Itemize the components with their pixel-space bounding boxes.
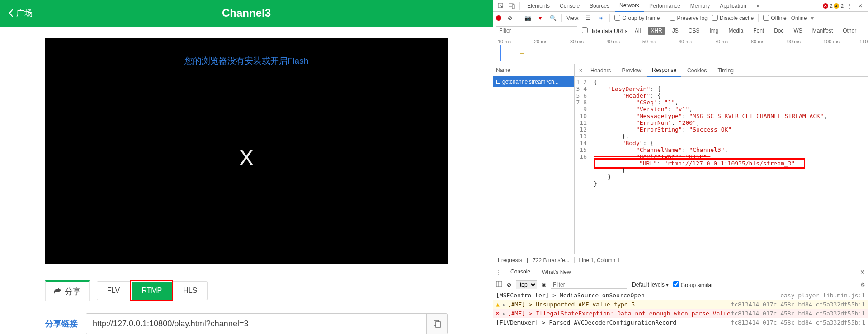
- tab-performance[interactable]: Performance: [645, 0, 685, 11]
- network-timeline[interactable]: 10 ms 20 ms 30 ms 40 ms 50 ms 60 ms 70 m…: [493, 37, 868, 64]
- detail-close-icon[interactable]: ×: [577, 67, 584, 74]
- network-filter-input[interactable]: [496, 26, 577, 35]
- filter-img[interactable]: Img: [707, 27, 721, 35]
- detail-tab-headers[interactable]: Headers: [586, 65, 615, 76]
- console-context-select[interactable]: top: [516, 280, 537, 289]
- player-placeholder-glyph: X: [45, 145, 448, 171]
- console-output[interactable]: [MSEController] > MediaSource onSourceOp…: [493, 291, 868, 334]
- devtools: Elements Console Sources Network Perform…: [493, 0, 868, 334]
- drawer-close-icon[interactable]: ✕: [860, 268, 865, 276]
- tab-elements[interactable]: Elements: [523, 0, 554, 11]
- share-tab[interactable]: 分享: [45, 280, 90, 301]
- timeline-spike: [500, 45, 501, 61]
- filter-toggle-icon[interactable]: ▼: [536, 14, 544, 22]
- tab-console[interactable]: Console: [555, 0, 584, 11]
- console-sidebar-icon[interactable]: [496, 281, 502, 288]
- copy-button[interactable]: [426, 314, 447, 334]
- camera-icon[interactable]: 📷: [524, 14, 532, 22]
- error-badge[interactable]: ✕2: [823, 3, 833, 9]
- filter-xhr[interactable]: XHR: [648, 27, 665, 35]
- detail-tab-response[interactable]: Response: [647, 64, 681, 77]
- drawer-tab-console[interactable]: Console: [506, 266, 535, 278]
- devtools-menu-icon[interactable]: ⋮: [844, 1, 854, 11]
- filter-other[interactable]: Other: [840, 27, 859, 35]
- view-label: View:: [566, 15, 580, 21]
- status-transfer: 722 B transfe...: [533, 257, 569, 263]
- share-icon: [54, 288, 62, 295]
- console-row[interactable]: ⊗▸[AMF] > IllegalStateException: Data no…: [493, 309, 868, 318]
- throttle-select[interactable]: Online: [791, 15, 807, 21]
- detail-tab-timing[interactable]: Timing: [713, 65, 738, 76]
- console-row[interactable]: [FLVDemuxer] > Parsed AVCDecoderConfigur…: [493, 318, 868, 327]
- response-body[interactable]: 1 2 3 4 5 6 7 8 9 10 11 12 13 14 15 16 {…: [575, 77, 868, 254]
- copy-icon: [433, 320, 441, 328]
- network-filter-row: Hide data URLs All XHR JS CSS Img Media …: [493, 24, 868, 37]
- request-list-header: Name: [493, 64, 574, 76]
- network-toolbar: ⊘ 📷 ▼ 🔍 View: ☰ ≋ Group by frame Preserv…: [493, 12, 868, 24]
- detail-tab-preview[interactable]: Preview: [617, 65, 646, 76]
- filter-css[interactable]: CSS: [686, 27, 703, 35]
- device-toolbar-icon[interactable]: [507, 1, 517, 11]
- drawer-tab-whatsnew[interactable]: What's New: [538, 266, 576, 278]
- console-row[interactable]: [MSEController] > MediaSource onSourceOp…: [493, 291, 868, 300]
- console-levels-select[interactable]: Default levels ▾: [632, 282, 669, 288]
- hide-data-urls-checkbox[interactable]: Hide data URLs: [582, 27, 627, 34]
- back-button[interactable]: 广场: [8, 8, 33, 19]
- record-icon[interactable]: [496, 15, 501, 21]
- drawer-tabs: ⋮ Console What's New ✕: [493, 266, 868, 278]
- warn-badge[interactable]: ▲2: [834, 3, 844, 9]
- request-detail: × Headers Preview Response Cookies Timin…: [575, 64, 868, 254]
- drawer-menu-icon[interactable]: ⋮: [496, 269, 503, 275]
- group-by-frame-checkbox[interactable]: Group by frame: [614, 15, 660, 21]
- tab-sources[interactable]: Sources: [585, 0, 614, 11]
- detail-tab-cookies[interactable]: Cookies: [683, 65, 711, 76]
- format-rtmp[interactable]: RTMP: [132, 282, 172, 300]
- svg-rect-4: [512, 5, 514, 9]
- offline-checkbox[interactable]: Offline: [763, 15, 786, 21]
- flash-warning: 您的浏览器没有安装或开启Flash: [45, 55, 448, 67]
- preserve-log-checkbox[interactable]: Preserve log: [670, 15, 708, 21]
- video-player[interactable]: 您的浏览器没有安装或开启Flash X: [45, 38, 448, 264]
- devtools-close-icon[interactable]: ✕: [855, 1, 865, 11]
- filter-js[interactable]: JS: [670, 27, 681, 35]
- tab-memory[interactable]: Memory: [686, 0, 714, 11]
- share-link-input[interactable]: [86, 314, 426, 334]
- player-container: 您的浏览器没有安装或开启Flash X: [45, 38, 448, 264]
- filter-manifest[interactable]: Manifest: [810, 27, 835, 35]
- share-link-group: [86, 313, 448, 334]
- response-code: { "EasyDarwin": { "Header": { "CSeq": "1…: [590, 77, 868, 254]
- console-eye-icon[interactable]: ◉: [542, 282, 546, 288]
- disable-cache-checkbox[interactable]: Disable cache: [712, 15, 754, 21]
- view-waterfall-icon[interactable]: ≋: [597, 14, 605, 22]
- filter-font[interactable]: Font: [750, 27, 767, 35]
- view-list-icon[interactable]: ☰: [584, 14, 592, 22]
- share-row: 分享 FLV RTMP HLS: [45, 278, 448, 303]
- request-item[interactable]: getchannelstream?ch...: [493, 76, 574, 87]
- filter-ws[interactable]: WS: [791, 27, 805, 35]
- more-tabs[interactable]: »: [752, 0, 764, 11]
- format-flv[interactable]: FLV: [97, 281, 130, 300]
- back-label: 广场: [16, 8, 33, 19]
- tab-application[interactable]: Application: [715, 0, 751, 11]
- devtools-top-bar: Elements Console Sources Network Perform…: [493, 0, 868, 12]
- tab-network[interactable]: Network: [615, 0, 644, 12]
- inspect-element-icon[interactable]: [496, 1, 506, 11]
- share-link-label: 分享链接: [45, 318, 78, 329]
- group-similar-checkbox[interactable]: Group similar: [673, 281, 713, 288]
- console-filter-input[interactable]: [551, 281, 627, 289]
- clear-icon[interactable]: ⊘: [506, 14, 514, 22]
- search-icon[interactable]: 🔍: [549, 14, 557, 22]
- video-app: 广场 Channel3 您的浏览器没有安装或开启Flash X 分享 FLV R…: [0, 0, 493, 334]
- console-row[interactable]: ▲▸[AMF] > Unsupported AMF value type 5fc…: [493, 300, 868, 309]
- filter-doc[interactable]: Doc: [771, 27, 786, 35]
- share-link-row: 分享链接: [45, 313, 448, 334]
- format-hls[interactable]: HLS: [173, 281, 208, 300]
- filter-all[interactable]: All: [632, 27, 643, 35]
- filter-media[interactable]: Media: [726, 27, 746, 35]
- network-status-bar: 1 requests | 722 B transfe... Line 1, Co…: [493, 254, 868, 266]
- status-cursor: Line 1, Column 1: [574, 257, 620, 263]
- console-settings-icon[interactable]: ⚙: [860, 282, 865, 288]
- status-requests: 1 requests: [497, 257, 522, 263]
- console-clear-icon[interactable]: ⊘: [507, 282, 511, 288]
- chevron-left-icon: [8, 9, 14, 18]
